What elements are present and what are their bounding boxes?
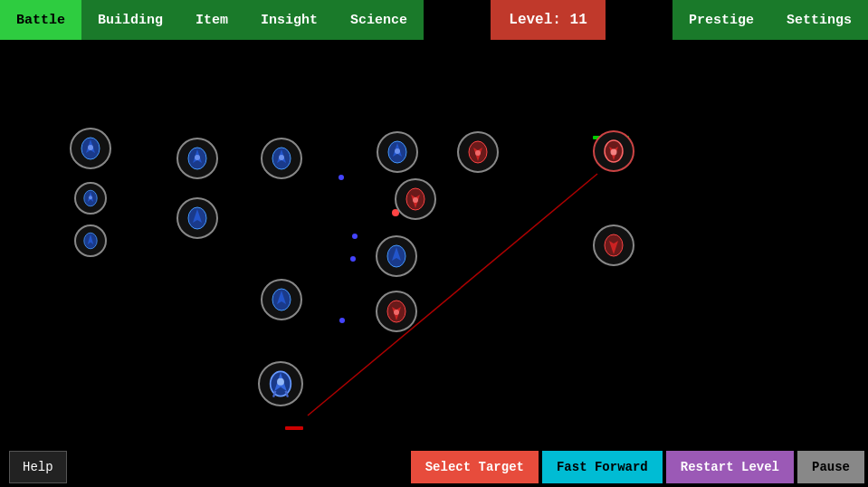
svg-point-38 (611, 149, 617, 156)
svg-point-15 (279, 155, 284, 160)
svg-point-35 (475, 150, 481, 156)
ship-unit-4[interactable] (176, 138, 218, 179)
bullet (350, 256, 356, 262)
ship-unit-1[interactable] (70, 128, 111, 169)
enemy-unit-4[interactable] (395, 178, 436, 220)
bullet (339, 318, 345, 323)
settings-button[interactable]: Settings (770, 0, 868, 40)
ship-unit-6[interactable] (261, 138, 302, 179)
svg-point-43 (413, 197, 418, 203)
svg-point-20 (277, 378, 284, 386)
ship-unit-mid2[interactable] (376, 235, 417, 277)
help-button[interactable]: Help (9, 451, 67, 483)
bullet (352, 234, 358, 239)
svg-point-27 (395, 148, 400, 154)
ship-unit-player[interactable] (258, 361, 303, 406)
select-target-button[interactable]: Select Target (411, 451, 539, 483)
enemy-unit-1[interactable] (376, 291, 417, 332)
prestige-button[interactable]: Prestige (672, 0, 770, 40)
ship-unit-7[interactable] (261, 279, 302, 320)
ship-unit-3[interactable] (74, 224, 107, 257)
enemy-unit-3[interactable] (593, 224, 634, 266)
bullet (339, 175, 344, 180)
battle-area (0, 40, 868, 447)
restart-level-button[interactable]: Restart Level (666, 451, 794, 483)
nav-spacer (424, 0, 491, 40)
battle-tab[interactable]: Battle (0, 0, 81, 40)
ship-unit-5[interactable] (176, 197, 218, 239)
ship-unit-mid1[interactable] (377, 131, 418, 173)
player-health-bar (285, 426, 303, 430)
battle-canvas (0, 40, 868, 447)
level-display: Level: 11 (491, 0, 605, 40)
laser-line (308, 174, 597, 415)
svg-point-10 (195, 155, 200, 160)
top-nav: Battle Building Item Insight Science Lev… (0, 0, 868, 40)
enemy-unit-2[interactable] (457, 131, 499, 173)
enemy-unit-target[interactable] (593, 130, 634, 172)
item-tab[interactable]: Item (179, 0, 244, 40)
ship-unit-2[interactable] (74, 182, 107, 215)
bottom-bar: Help Select Target Fast Forward Restart … (0, 447, 868, 487)
svg-point-32 (394, 310, 399, 315)
insight-tab[interactable]: Insight (244, 0, 334, 40)
building-tab[interactable]: Building (81, 0, 179, 40)
svg-point-2 (88, 145, 93, 150)
nav-spacer2 (606, 0, 672, 40)
fast-forward-button[interactable]: Fast Forward (542, 451, 663, 483)
science-tab[interactable]: Science (334, 0, 424, 40)
pause-button[interactable]: Pause (797, 451, 864, 483)
svg-point-5 (89, 196, 92, 199)
